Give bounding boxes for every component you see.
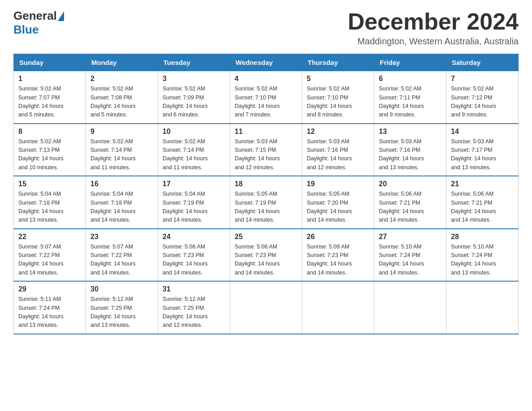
day-number: 22	[18, 233, 81, 241]
day-number: 2	[90, 75, 153, 83]
day-number: 31	[163, 285, 225, 293]
day-info: Sunrise: 5:02 AM Sunset: 7:07 PM Dayligh…	[18, 85, 81, 120]
table-cell: 20 Sunrise: 5:06 AM Sunset: 7:21 PM Dayl…	[374, 176, 446, 229]
day-info: Sunrise: 5:04 AM Sunset: 7:19 PM Dayligh…	[163, 190, 225, 225]
week-row-5: 29 Sunrise: 5:11 AM Sunset: 7:24 PM Dayl…	[14, 281, 519, 334]
table-cell: 23 Sunrise: 5:07 AM Sunset: 7:22 PM Dayl…	[86, 229, 158, 282]
day-info: Sunrise: 5:10 AM Sunset: 7:24 PM Dayligh…	[451, 243, 514, 278]
table-cell: 21 Sunrise: 5:06 AM Sunset: 7:21 PM Dayl…	[446, 176, 519, 229]
day-info: Sunrise: 5:02 AM Sunset: 7:10 PM Dayligh…	[307, 85, 369, 120]
day-number: 25	[235, 233, 297, 241]
table-cell	[446, 281, 519, 334]
day-info: Sunrise: 5:02 AM Sunset: 7:14 PM Dayligh…	[90, 137, 153, 172]
table-cell: 15 Sunrise: 5:04 AM Sunset: 7:18 PM Dayl…	[14, 176, 86, 229]
day-info: Sunrise: 5:02 AM Sunset: 7:09 PM Dayligh…	[163, 85, 225, 120]
header-wednesday: Wednesday	[230, 54, 302, 71]
day-number: 20	[379, 180, 442, 188]
table-cell: 14 Sunrise: 5:03 AM Sunset: 7:17 PM Dayl…	[446, 124, 519, 176]
table-cell: 2 Sunrise: 5:02 AM Sunset: 7:08 PM Dayli…	[86, 71, 158, 124]
day-number: 6	[379, 75, 442, 83]
day-number: 27	[379, 233, 442, 241]
table-cell: 26 Sunrise: 5:09 AM Sunset: 7:23 PM Dayl…	[302, 229, 374, 282]
table-cell: 4 Sunrise: 5:02 AM Sunset: 7:10 PM Dayli…	[230, 71, 302, 124]
header-tuesday: Tuesday	[158, 54, 230, 71]
table-cell: 16 Sunrise: 5:04 AM Sunset: 7:18 PM Dayl…	[86, 176, 158, 229]
day-number: 19	[307, 180, 369, 188]
table-cell: 9 Sunrise: 5:02 AM Sunset: 7:14 PM Dayli…	[86, 124, 158, 176]
day-info: Sunrise: 5:02 AM Sunset: 7:08 PM Dayligh…	[90, 85, 153, 120]
logo-triangle-icon	[58, 11, 64, 21]
day-info: Sunrise: 5:05 AM Sunset: 7:19 PM Dayligh…	[235, 190, 297, 225]
day-info: Sunrise: 5:02 AM Sunset: 7:13 PM Dayligh…	[18, 137, 81, 172]
header-sunday: Sunday	[14, 54, 86, 71]
table-cell: 7 Sunrise: 5:02 AM Sunset: 7:12 PM Dayli…	[446, 71, 519, 124]
table-cell: 19 Sunrise: 5:05 AM Sunset: 7:20 PM Dayl…	[302, 176, 374, 229]
table-cell: 5 Sunrise: 5:02 AM Sunset: 7:10 PM Dayli…	[302, 71, 374, 124]
table-cell: 11 Sunrise: 5:03 AM Sunset: 7:15 PM Dayl…	[230, 124, 302, 176]
day-info: Sunrise: 5:04 AM Sunset: 7:18 PM Dayligh…	[90, 190, 153, 225]
day-info: Sunrise: 5:09 AM Sunset: 7:23 PM Dayligh…	[307, 243, 369, 278]
day-number: 26	[307, 233, 369, 241]
header-saturday: Saturday	[446, 54, 519, 71]
day-info: Sunrise: 5:12 AM Sunset: 7:25 PM Dayligh…	[90, 295, 153, 330]
day-info: Sunrise: 5:04 AM Sunset: 7:18 PM Dayligh…	[18, 190, 81, 225]
table-cell: 31 Sunrise: 5:12 AM Sunset: 7:25 PM Dayl…	[158, 281, 230, 334]
table-cell: 12 Sunrise: 5:03 AM Sunset: 7:16 PM Dayl…	[302, 124, 374, 176]
day-number: 18	[235, 180, 297, 188]
day-number: 7	[451, 75, 514, 83]
day-info: Sunrise: 5:05 AM Sunset: 7:20 PM Dayligh…	[307, 190, 369, 225]
table-cell: 30 Sunrise: 5:12 AM Sunset: 7:25 PM Dayl…	[86, 281, 158, 334]
day-info: Sunrise: 5:08 AM Sunset: 7:23 PM Dayligh…	[163, 243, 225, 278]
week-row-4: 22 Sunrise: 5:07 AM Sunset: 7:22 PM Dayl…	[14, 229, 519, 282]
table-cell: 3 Sunrise: 5:02 AM Sunset: 7:09 PM Dayli…	[158, 71, 230, 124]
table-cell: 10 Sunrise: 5:02 AM Sunset: 7:14 PM Dayl…	[158, 124, 230, 176]
table-cell	[374, 281, 446, 334]
table-cell: 24 Sunrise: 5:08 AM Sunset: 7:23 PM Dayl…	[158, 229, 230, 282]
table-cell	[230, 281, 302, 334]
day-number: 23	[90, 233, 153, 241]
day-number: 28	[451, 233, 514, 241]
day-number: 11	[235, 128, 297, 136]
day-number: 24	[163, 233, 225, 241]
day-number: 4	[235, 75, 297, 83]
header-friday: Friday	[374, 54, 446, 71]
day-number: 8	[18, 128, 81, 136]
table-cell: 17 Sunrise: 5:04 AM Sunset: 7:19 PM Dayl…	[158, 176, 230, 229]
logo: General Blue	[13, 9, 65, 37]
day-info: Sunrise: 5:03 AM Sunset: 7:16 PM Dayligh…	[307, 137, 369, 172]
day-info: Sunrise: 5:12 AM Sunset: 7:25 PM Dayligh…	[163, 295, 225, 330]
table-cell: 28 Sunrise: 5:10 AM Sunset: 7:24 PM Dayl…	[446, 229, 519, 282]
day-info: Sunrise: 5:02 AM Sunset: 7:11 PM Dayligh…	[379, 85, 442, 120]
table-cell: 6 Sunrise: 5:02 AM Sunset: 7:11 PM Dayli…	[374, 71, 446, 124]
day-info: Sunrise: 5:10 AM Sunset: 7:24 PM Dayligh…	[379, 243, 442, 278]
day-info: Sunrise: 5:07 AM Sunset: 7:22 PM Dayligh…	[18, 243, 81, 278]
day-number: 16	[90, 180, 153, 188]
week-row-1: 1 Sunrise: 5:02 AM Sunset: 7:07 PM Dayli…	[14, 71, 519, 124]
table-cell: 18 Sunrise: 5:05 AM Sunset: 7:19 PM Dayl…	[230, 176, 302, 229]
table-cell: 13 Sunrise: 5:03 AM Sunset: 7:16 PM Dayl…	[374, 124, 446, 176]
table-cell: 27 Sunrise: 5:10 AM Sunset: 7:24 PM Dayl…	[374, 229, 446, 282]
day-number: 14	[451, 128, 514, 136]
header-monday: Monday	[86, 54, 158, 71]
day-number: 1	[18, 75, 81, 83]
day-number: 5	[307, 75, 369, 83]
week-row-3: 15 Sunrise: 5:04 AM Sunset: 7:18 PM Dayl…	[14, 176, 519, 229]
header-thursday: Thursday	[302, 54, 374, 71]
weekday-header-row: Sunday Monday Tuesday Wednesday Thursday…	[14, 54, 519, 71]
day-info: Sunrise: 5:02 AM Sunset: 7:10 PM Dayligh…	[235, 85, 297, 120]
day-number: 29	[18, 285, 81, 293]
day-info: Sunrise: 5:03 AM Sunset: 7:16 PM Dayligh…	[379, 137, 442, 172]
day-number: 30	[90, 285, 153, 293]
table-cell: 25 Sunrise: 5:08 AM Sunset: 7:23 PM Dayl…	[230, 229, 302, 282]
day-number: 10	[163, 128, 225, 136]
week-row-2: 8 Sunrise: 5:02 AM Sunset: 7:13 PM Dayli…	[14, 124, 519, 176]
day-info: Sunrise: 5:08 AM Sunset: 7:23 PM Dayligh…	[235, 243, 297, 278]
day-info: Sunrise: 5:07 AM Sunset: 7:22 PM Dayligh…	[90, 243, 153, 278]
calendar-table: Sunday Monday Tuesday Wednesday Thursday…	[13, 54, 519, 334]
day-number: 3	[163, 75, 225, 83]
day-number: 9	[90, 128, 153, 136]
day-info: Sunrise: 5:06 AM Sunset: 7:21 PM Dayligh…	[379, 190, 442, 225]
day-number: 12	[307, 128, 369, 136]
logo-blue-text: Blue	[13, 23, 39, 36]
day-info: Sunrise: 5:03 AM Sunset: 7:17 PM Dayligh…	[451, 137, 514, 172]
